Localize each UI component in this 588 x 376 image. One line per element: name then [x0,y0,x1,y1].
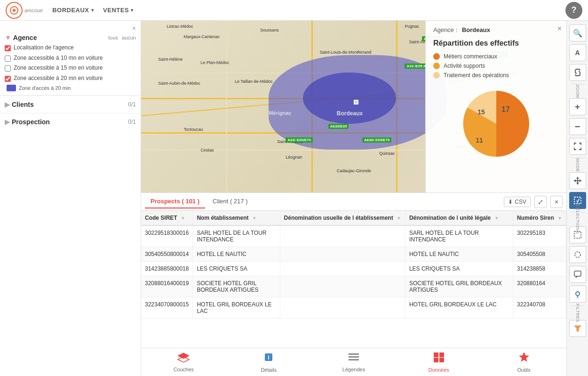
couches-icon [177,352,190,365]
right-toolbar: 🔍 A Zoom + − Mode Sélections [566,21,588,376]
legend-item-0: Métiers commerciaux [433,53,559,60]
cell-nom: SARL HOTEL DE LA TOUR INTENDANCE [193,225,280,247]
cell-siret: 30540550800014 [141,247,193,262]
tab-clients[interactable]: Client ( 217 ) [207,195,253,208]
filter-siret-icon[interactable]: ▼ [181,216,185,221]
close-table-button[interactable]: × [550,196,563,208]
legend-item-2: Traitement des opérations [433,72,559,79]
agence-filter-section: × ▼ Agence tous aucun Localisation de l'… [0,21,141,96]
cell-denom-usuelle [280,262,405,276]
cell-siret: 30229518300016 [141,225,193,247]
svg-text:i: i [268,354,270,361]
cell-nom: SOCIETE HOTEL GRIL BORDEAUX ARTIGUES [193,276,280,297]
filter-item-1: Zone accessible à 10 mn en voiture [5,55,136,62]
prospects-table: Code SIRET ▼ Nom établissement ▼ Dénomin… [141,211,566,319]
link-icon-btn[interactable] [569,64,586,81]
table-row[interactable]: 31423885800018 LES CRIQUETS SA LES CRIQU… [141,262,566,276]
expand-button[interactable]: ⤢ [534,196,547,208]
filter-siren-icon[interactable]: ▼ [557,216,562,221]
table-row[interactable]: 30540550800014 HOTEL LE NAUTIC HOTEL LE … [141,247,566,262]
checkbox-zone15[interactable] [5,65,11,72]
clients-section[interactable]: ▶ Clients 0/1 [0,96,141,113]
map-label-merignac: Mérignac [269,110,291,116]
all-link[interactable]: tous [108,35,118,40]
label-zone20: Zone accessible à 20 mn en voiture [14,75,103,82]
clients-count: 0/1 [128,101,136,108]
svg-text:11: 11 [476,136,483,144]
zone-legend-label: Zone d'accès à 20 min [19,85,71,91]
filter-close-button[interactable]: × [5,24,136,32]
prospection-section[interactable]: ▶ Prospection 0/1 [0,113,141,130]
none-link[interactable]: aucun [122,35,136,40]
bn-couches[interactable]: Couches [169,352,198,372]
top-navigation: amcoue BORDEAUX ▾ VENTES ▾ ? [0,0,588,21]
comment-btn[interactable] [569,266,586,283]
col-siren: Numéro Siren ▼ [513,211,566,225]
filter-denom-usuelle-icon[interactable]: ▼ [397,216,401,221]
data-table-wrap: Code SIRET ▼ Nom établissement ▼ Dénomin… [141,211,566,348]
details-icon: i [263,352,274,366]
filter-item-0: Localisation de l'agence [5,44,136,52]
col-denom-unite: Dénomination de l unité légale ▼ [405,211,513,225]
cell-siren: 302295183 [513,225,566,247]
svg-marker-20 [576,183,579,184]
col-denom-usuelle: Dénomination usuelle de l établissement … [280,211,405,225]
details-label: Détails [261,367,277,373]
legend-label-2: Traitement des opérations [444,72,509,79]
table-row[interactable]: 30229518300016 SARL HOTEL DE LA TOUR INT… [141,225,566,247]
cell-denom-unite: HOTEL LE NAUTIC [405,247,513,262]
svg-rect-13 [439,352,444,357]
legend-dot-0 [433,53,440,60]
legend-label-1: Activité supports [444,63,485,69]
download-icon: ⬇ [508,199,513,205]
outils-icon [518,352,530,366]
cell-nom: HOTEL LE NAUTIC [193,247,280,262]
svg-text:17: 17 [501,105,510,113]
cell-denom-usuelle [280,247,405,262]
selections-label: Sélections [575,205,580,234]
circle-select-btn[interactable] [569,246,586,263]
bn-outils[interactable]: Outils [510,352,538,373]
map-container[interactable]: Listrac-Médoc Soussans Pugnac Marsas Mar… [141,21,566,192]
nav-ventes[interactable]: VENTES ▾ [103,7,134,14]
zoom-out-btn[interactable]: − [569,118,586,135]
csv-button[interactable]: ⬇ CSV [504,197,531,207]
search-icon-btn[interactable]: 🔍 [569,24,586,41]
logo-icon [6,2,23,19]
address-icon-btn[interactable]: A [569,44,586,61]
info-panel-close[interactable]: × [557,24,562,33]
bn-donnees[interactable]: Données [425,352,453,373]
filter-active-btn[interactable] [569,320,586,337]
prospection-title: ▶ Prospection [5,118,50,126]
help-button[interactable]: ? [565,2,582,19]
filter-nom-icon[interactable]: ▼ [252,216,257,221]
map-marker [354,100,358,104]
cell-denom-usuelle [280,225,405,247]
svg-marker-5 [178,353,189,359]
map-label-cestas: Cestas [201,148,214,152]
nav-bordeaux[interactable]: BORDEAUX ▾ [52,7,94,14]
filter-item-2: Zone accessible à 15 mn en voiture [5,64,136,72]
bn-legendes[interactable]: Légendes [340,352,368,372]
tab-prospects[interactable]: Prospects ( 101 ) [145,195,205,208]
checkbox-localisation[interactable] [5,45,11,51]
agence-header: ▼ Agence tous aucun [5,34,136,41]
cell-denom-usuelle [280,276,405,297]
couches-label: Couches [174,367,194,372]
location-btn[interactable] [569,286,586,303]
zoom-in-btn[interactable]: + [569,98,586,115]
agence-title[interactable]: ▼ Agence [5,34,37,41]
table-row[interactable]: 32234070800015 HOTEL GRIL BORDEAUX LE LA… [141,297,566,319]
map-label-margaux: Margaux-Cantenac [183,34,220,39]
checkbox-zone20[interactable] [5,76,11,82]
svg-rect-11 [349,359,359,360]
table-row[interactable]: 32088016400019 SOCIETE HOTEL GRIL BORDEA… [141,276,566,297]
pan-btn[interactable] [569,172,586,189]
full-extent-btn[interactable] [569,138,586,155]
label-localisation: Localisation de l'agence [14,44,74,52]
svg-marker-22 [580,179,581,182]
cell-denom-unite: HOTEL GRIL BORDEAUX LE LAC [405,297,513,319]
filter-denom-unite-icon[interactable]: ▼ [494,216,499,221]
checkbox-zone10[interactable] [5,56,11,62]
bn-details[interactable]: i Détails [254,352,283,373]
